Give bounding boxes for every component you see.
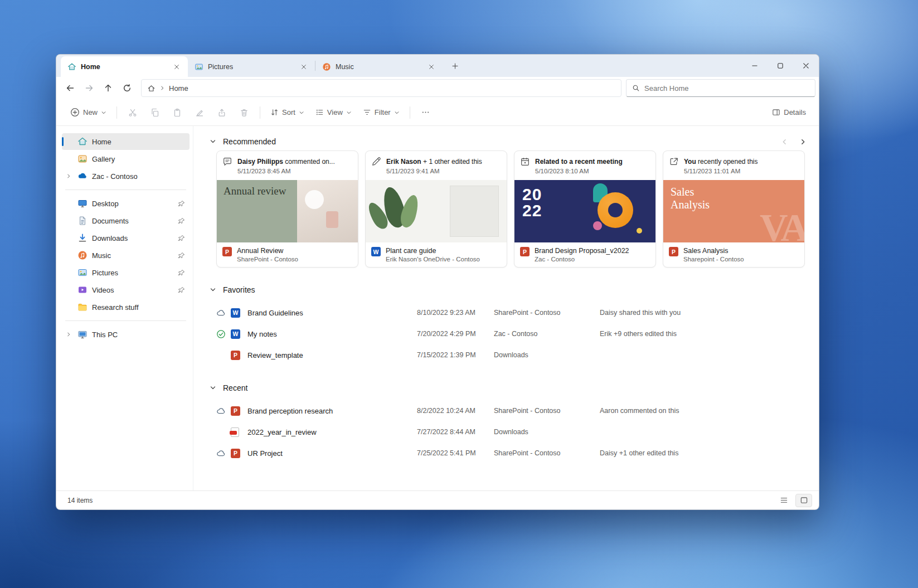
up-button[interactable] xyxy=(99,79,118,97)
tab-close-icon[interactable] xyxy=(425,60,438,74)
details-view-icon[interactable] xyxy=(775,494,792,507)
chevron-right-icon[interactable] xyxy=(64,173,73,179)
sidebar-item-documents[interactable]: Documents xyxy=(62,212,190,229)
chevron-down-icon[interactable] xyxy=(210,385,216,391)
file-date: 7/20/2022 4:29 PM xyxy=(417,330,494,338)
meeting-calendar-icon xyxy=(520,157,530,167)
section-title: Recent xyxy=(223,383,247,392)
file-row[interactable]: P Brand perception research 8/2/2022 10:… xyxy=(216,400,811,421)
more-options-button[interactable] xyxy=(415,105,436,120)
file-row[interactable]: W Brand Guidelines 8/10/2022 9:23 AM Sha… xyxy=(216,302,811,323)
chevron-right-icon xyxy=(159,85,165,91)
close-button[interactable] xyxy=(793,55,819,77)
file-thumbnail xyxy=(366,180,507,242)
sidebar-item-onedrive[interactable]: Zac - Contoso xyxy=(62,168,190,184)
file-date: 8/10/2022 9:23 AM xyxy=(417,309,494,317)
home-breadcrumb-icon xyxy=(147,84,156,93)
tab-close-icon[interactable] xyxy=(170,60,183,74)
activity-actor: Related to a recent meeting xyxy=(535,158,623,166)
address-bar[interactable]: Home xyxy=(141,79,621,97)
recommended-card[interactable]: Daisy Philipps commented on... 5/11/2023… xyxy=(216,150,358,268)
sidebar-item-this-pc[interactable]: This PC xyxy=(62,326,190,343)
folder-icon xyxy=(77,302,88,312)
word-file-icon: W xyxy=(231,329,240,339)
refresh-button[interactable] xyxy=(118,79,137,97)
sidebar-item-music[interactable]: Music xyxy=(62,247,190,264)
tab-music[interactable]: Music xyxy=(315,57,443,77)
activity-text: recently opened this xyxy=(696,158,758,166)
delete-button[interactable] xyxy=(234,105,255,120)
search-input[interactable] xyxy=(644,84,809,93)
tab-label: Pictures xyxy=(208,63,233,71)
recommended-card[interactable]: Related to a recent meeting 5/10/2023 8:… xyxy=(514,150,656,268)
sidebar-item-label: Home xyxy=(92,138,111,146)
pin-icon xyxy=(178,235,185,242)
file-name: Annual Review xyxy=(237,247,298,255)
sidebar-item-desktop[interactable]: Desktop xyxy=(62,195,190,212)
plus-circle-icon xyxy=(70,108,80,117)
sidebar-item-research-stuff[interactable]: Research stuff xyxy=(62,299,190,315)
chevron-down-icon[interactable] xyxy=(210,286,216,293)
powerpoint-file-icon: P xyxy=(520,247,530,256)
file-name: My notes xyxy=(247,330,417,338)
cut-button[interactable] xyxy=(122,105,143,120)
details-button[interactable]: Details xyxy=(767,105,811,120)
minimize-button[interactable] xyxy=(742,55,768,77)
recommended-card[interactable]: Erik Nason + 1 other edited this 5/11/20… xyxy=(365,150,507,268)
tab-strip: Home Pictures Music xyxy=(56,55,819,77)
navigation-bar: Home xyxy=(56,77,819,99)
file-thumbnail: 2022 xyxy=(514,180,655,242)
sidebar-item-downloads[interactable]: Downloads xyxy=(62,230,190,246)
paste-button[interactable] xyxy=(167,105,188,120)
sidebar-item-gallery[interactable]: Gallery xyxy=(62,150,190,167)
sidebar-item-videos[interactable]: Videos xyxy=(62,281,190,298)
chevron-down-icon[interactable] xyxy=(210,138,216,145)
tab-label: Music xyxy=(336,63,354,71)
view-icon xyxy=(315,108,324,116)
powerpoint-file-icon: P xyxy=(222,247,232,256)
back-button[interactable] xyxy=(61,79,80,97)
rename-button[interactable] xyxy=(189,105,210,120)
chevron-down-icon xyxy=(101,110,106,115)
sidebar-divider xyxy=(65,189,186,190)
sidebar-item-home[interactable]: Home xyxy=(62,133,190,150)
sidebar-item-pictures[interactable]: Pictures xyxy=(62,264,190,281)
new-button[interactable]: New xyxy=(65,104,111,120)
sort-button[interactable]: Sort xyxy=(265,105,309,120)
file-row[interactable]: P UR Project 7/25/2022 5:41 PM SharePoin… xyxy=(216,443,811,464)
share-button[interactable] xyxy=(211,105,232,120)
copy-button[interactable] xyxy=(144,105,166,120)
tab-close-icon[interactable] xyxy=(297,60,310,74)
synced-check-icon xyxy=(216,329,231,339)
pin-icon xyxy=(178,286,185,294)
file-date: 8/2/2022 10:24 AM xyxy=(417,407,494,415)
sort-icon xyxy=(270,108,279,116)
onedrive-cloud-icon xyxy=(77,171,88,181)
maximize-button[interactable] xyxy=(768,55,793,77)
large-thumbnails-view-icon[interactable] xyxy=(795,494,812,507)
breadcrumb[interactable]: Home xyxy=(169,84,188,93)
file-row[interactable]: P Review_template 7/15/2022 1:39 PM Down… xyxy=(216,344,811,366)
carousel-left-icon[interactable] xyxy=(781,138,788,145)
filter-button[interactable]: Filter xyxy=(358,105,405,120)
recommended-card[interactable]: You recently opened this 5/11/2023 11:01… xyxy=(663,150,805,268)
file-activity: Erik +9 others edited this xyxy=(600,330,811,338)
desktop-icon xyxy=(77,198,88,208)
sidebar-item-label: Desktop xyxy=(92,200,119,208)
recent-rows: P Brand perception research 8/2/2022 10:… xyxy=(216,400,811,464)
file-explorer-window: Home Pictures Music xyxy=(56,54,819,510)
file-location: Sharepoint - Contoso xyxy=(683,256,744,263)
chevron-down-icon xyxy=(299,110,304,115)
new-tab-button[interactable] xyxy=(446,57,464,74)
sidebar-item-label: Zac - Contoso xyxy=(92,172,138,181)
view-button[interactable]: View xyxy=(310,105,357,120)
tab-pictures[interactable]: Pictures xyxy=(188,57,315,77)
file-row[interactable]: W My notes 7/20/2022 4:29 PM Zac - Conto… xyxy=(216,323,811,344)
carousel-right-icon[interactable] xyxy=(799,138,807,145)
home-icon xyxy=(67,62,76,71)
chevron-right-icon[interactable] xyxy=(64,332,73,337)
tab-home[interactable]: Home xyxy=(61,56,188,77)
forward-button[interactable] xyxy=(80,79,99,97)
file-row[interactable]: 2022_year_in_review 7/27/2022 8:44 AM Do… xyxy=(216,421,811,443)
details-button-label: Details xyxy=(784,108,806,116)
